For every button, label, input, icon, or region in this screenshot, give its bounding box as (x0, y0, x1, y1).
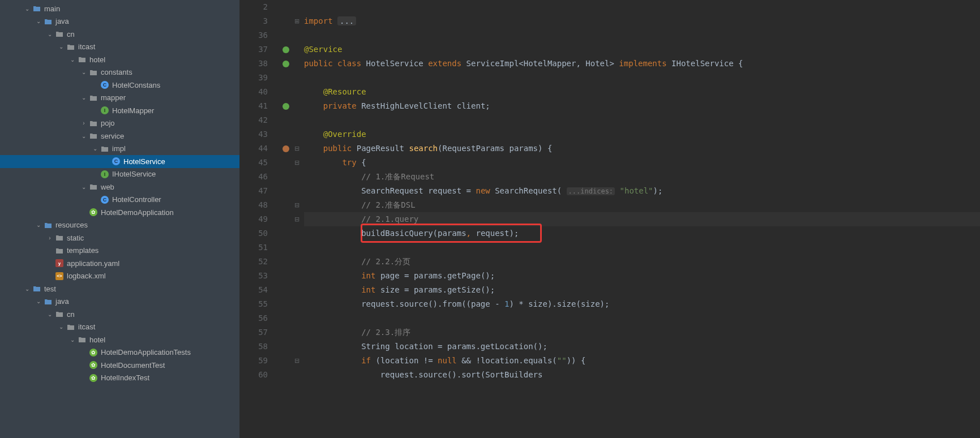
chevron-down-icon[interactable]: ⌄ (79, 95, 88, 101)
tree-label: constants (101, 68, 132, 76)
code-token: ...indices: (567, 187, 615, 195)
code-token (304, 299, 361, 308)
tree-item-itcast[interactable]: ⌄itcast (0, 41, 239, 54)
chevron-down-icon[interactable]: ⌄ (45, 311, 54, 317)
code-line[interactable]: request.source().from((page - 1) * size)… (304, 297, 980, 311)
chevron-right-icon[interactable]: › (79, 120, 88, 126)
chevron-down-icon[interactable]: ⌄ (57, 44, 66, 50)
editor[interactable]: 2336373839404142434445464748495051525354… (239, 0, 980, 438)
spring-bean-marker-icon[interactable] (283, 103, 289, 110)
code-line[interactable]: int page = params.getPage(); (304, 269, 980, 283)
code-token: buildBasicQuery(params (361, 229, 466, 238)
code-line[interactable] (304, 311, 980, 325)
code-line[interactable]: buildBasicQuery(params, request); (304, 226, 980, 241)
fold-toggle[interactable]: ⊟ (293, 141, 301, 156)
code-line[interactable]: if (location != null && !location.equals… (304, 354, 980, 368)
tree-item-hotelindextest[interactable]: ✿HotelIndexTest (0, 372, 239, 385)
override-marker-icon[interactable] (283, 145, 289, 152)
tree-item-constants[interactable]: ⌄constants (0, 66, 239, 79)
tree-item-pojo[interactable]: ›pojo (0, 117, 239, 130)
chevron-down-icon[interactable]: ⌄ (91, 145, 100, 152)
project-tree[interactable]: ⌄main⌄java⌄cn⌄itcast⌄hotel⌄constantsCHot… (0, 0, 239, 438)
chevron-right-icon[interactable]: › (45, 235, 54, 241)
code-line[interactable]: // 2.2.分页 (304, 255, 980, 269)
chevron-down-icon[interactable]: ⌄ (23, 286, 32, 292)
code-area[interactable]: import ...@Servicepublic class HotelServ… (301, 0, 980, 438)
code-line[interactable]: request.source().sort(SortBuilders (304, 368, 980, 382)
tree-item-cn[interactable]: ⌄cn (0, 308, 239, 321)
tree-item-templates[interactable]: templates (0, 244, 239, 257)
code-token: ) * size).size(size); (509, 299, 609, 308)
tree-item-hotelcontroller[interactable]: CHotelController (0, 194, 239, 207)
code-line[interactable]: SearchRequest request = new SearchReques… (304, 184, 980, 198)
tree-item-mapper[interactable]: ⌄mapper (0, 92, 239, 105)
tree-item-static[interactable]: ›static (0, 231, 239, 244)
fold-toggle[interactable]: ⊞ (293, 14, 301, 28)
fold-toggle[interactable]: ⊟ (293, 198, 301, 212)
chevron-down-icon[interactable]: ⌄ (34, 222, 43, 228)
tree-item-java[interactable]: ⌄java (0, 15, 239, 28)
tree-item-hoteldemoapplication[interactable]: ✿HotelDemoApplication (0, 206, 239, 219)
code-token: @Resource (323, 87, 366, 96)
tree-item-java[interactable]: ⌄java (0, 295, 239, 308)
code-line[interactable] (304, 28, 980, 42)
code-line[interactable] (304, 113, 980, 127)
code-line[interactable]: try { (304, 156, 980, 170)
code-line[interactable]: // 2.准备DSL (304, 198, 980, 212)
chevron-down-icon[interactable]: ⌄ (79, 184, 88, 190)
tree-item-impl[interactable]: ⌄impl (0, 143, 239, 156)
folder-icon (54, 310, 65, 319)
fold-toggle (293, 226, 301, 241)
code-line[interactable] (304, 71, 980, 85)
tree-item-hotelconstans[interactable]: CHotelConstans (0, 79, 239, 92)
code-line[interactable]: @Override (304, 127, 980, 141)
fold-toggle[interactable]: ⊟ (293, 354, 301, 368)
code-token: ; (514, 229, 519, 238)
line-number-gutter: 2336373839404142434445464748495051525354… (239, 0, 279, 438)
chevron-down-icon[interactable]: ⌄ (34, 298, 43, 304)
tree-item-application.yaml[interactable]: yapplication.yaml (0, 257, 239, 270)
tree-item-hotel[interactable]: ⌄hotel (0, 333, 239, 346)
code-line[interactable]: @Service (304, 42, 980, 57)
tree-item-hotel[interactable]: ⌄hotel (0, 53, 239, 66)
code-line[interactable]: public PageResult search(RequestParams p… (304, 141, 980, 156)
tree-item-logback.xml[interactable]: <>logback.xml (0, 270, 239, 283)
code-token (304, 87, 323, 96)
chevron-down-icon[interactable]: ⌄ (79, 133, 88, 139)
chevron-down-icon[interactable]: ⌄ (45, 31, 54, 37)
spring-bean-marker-icon[interactable] (283, 61, 289, 67)
code-line[interactable]: import ... (304, 14, 980, 28)
tree-item-web[interactable]: ⌄web (0, 181, 239, 194)
tree-item-hoteldemoapplicationtests[interactable]: ✿HotelDemoApplicationTests (0, 346, 239, 359)
chevron-down-icon[interactable]: ⌄ (57, 324, 66, 330)
chevron-down-icon[interactable]: ⌄ (68, 57, 77, 63)
tree-item-resources[interactable]: ⌄resources (0, 219, 239, 232)
tree-item-cn[interactable]: ⌄cn (0, 28, 239, 41)
tree-item-main[interactable]: ⌄main (0, 2, 239, 15)
tree-item-itcast[interactable]: ⌄itcast (0, 321, 239, 334)
tree-item-hoteldocumenttest[interactable]: ✿HotelDocumentTest (0, 359, 239, 372)
code-line[interactable] (304, 241, 980, 255)
fold-toggle[interactable]: ⊟ (293, 212, 301, 226)
fold-toggle[interactable]: ⊟ (293, 156, 301, 170)
code-line[interactable]: String location = params.getLocation(); (304, 340, 980, 354)
code-line[interactable]: @Resource (304, 85, 980, 99)
spring-bean-marker-icon[interactable] (283, 46, 289, 53)
code-line[interactable] (304, 0, 980, 14)
chevron-down-icon[interactable]: ⌄ (68, 337, 77, 343)
tree-item-hotelmapper[interactable]: IHotelMapper (0, 104, 239, 117)
code-line[interactable]: private RestHighLevelClient client; (304, 99, 980, 113)
tree-item-service[interactable]: ⌄service (0, 130, 239, 143)
fold-gutter[interactable]: ⊞⊟⊟⊟⊟⊟ (293, 0, 301, 438)
tree-item-hotelservice[interactable]: CHotelService (0, 155, 239, 168)
tree-item-ihotelservice[interactable]: IIHotelService (0, 168, 239, 181)
chevron-down-icon[interactable]: ⌄ (34, 18, 43, 24)
tree-item-test[interactable]: ⌄test (0, 282, 239, 295)
code-line[interactable]: // 1.准备Request (304, 170, 980, 184)
code-line[interactable]: // 2.1.query (304, 212, 980, 226)
chevron-down-icon[interactable]: ⌄ (23, 6, 32, 12)
code-line[interactable]: // 2.3.排序 (304, 325, 980, 340)
chevron-down-icon[interactable]: ⌄ (79, 69, 88, 75)
code-line[interactable]: public class HotelService extends Servic… (304, 57, 980, 71)
code-line[interactable]: int size = params.getSize(); (304, 283, 980, 297)
